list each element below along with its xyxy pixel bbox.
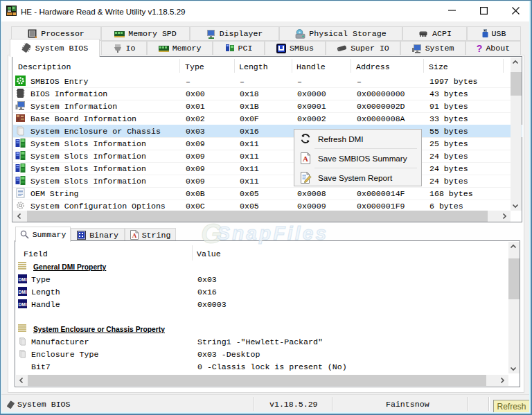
svg-text:A: A [132, 232, 136, 239]
svg-text:DMI: DMI [19, 290, 27, 294]
svg-text:DMI: DMI [19, 302, 27, 307]
svg-text:A: A [303, 154, 308, 163]
svg-text:DMI: DMI [19, 277, 27, 282]
